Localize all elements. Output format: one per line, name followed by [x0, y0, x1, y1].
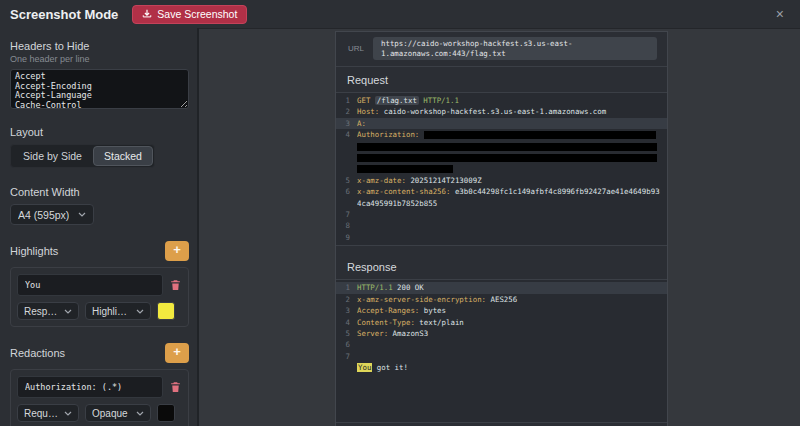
line-number: 5	[336, 328, 350, 339]
redaction-action-select[interactable]: Opaque	[85, 404, 151, 422]
chevron-down-icon	[136, 411, 144, 416]
screenshot-preview-area: URL https://caido-workshop-hackfest.s3.u…	[199, 28, 800, 426]
highlight-color-swatch[interactable]	[157, 302, 175, 320]
line-number: 6	[336, 186, 350, 197]
layout-option-stacked[interactable]: Stacked	[93, 146, 153, 166]
request-line: 2Host: caido-workshop-hackfest.s3.us-eas…	[336, 106, 667, 117]
line-number: 3	[336, 305, 350, 316]
request-line	[336, 141, 667, 152]
headers-to-hide-textarea[interactable]: Accept Accept-Encoding Accept-Language C…	[10, 69, 189, 109]
line-number	[336, 362, 350, 373]
redaction-scope-select[interactable]: Request	[17, 404, 79, 422]
headers-to-hide-sublabel: One header per line	[10, 54, 189, 64]
code-token: A:	[357, 119, 366, 128]
line-number	[336, 163, 350, 174]
redaction-item: Request Opaque Group 1	[10, 369, 189, 426]
code-token: 20251214T213009Z	[410, 176, 481, 185]
highlight-pattern-input[interactable]	[17, 274, 163, 296]
request-line: 4Authorization:	[336, 129, 667, 140]
request-line: 6x-amz-content-sha256: e3b0c44298fc1c149…	[336, 186, 667, 197]
delete-redaction-icon[interactable]	[169, 380, 182, 394]
code-token: Host:	[357, 107, 379, 116]
code-token: e3b0c44298fc1c149afbf4c8996fb92427ae41e4…	[455, 187, 660, 196]
request-line: 7	[336, 209, 667, 220]
redaction-scope-value: Request	[24, 408, 58, 419]
code-token: GET	[357, 96, 370, 105]
highlight-action-select[interactable]: Highlight	[85, 302, 151, 320]
line-number: 3	[336, 118, 350, 129]
code-token: Content-Type:	[357, 318, 415, 327]
line-number: 2	[336, 106, 350, 117]
line-number: 9	[336, 232, 350, 243]
code-token: Server:	[357, 329, 388, 338]
chevron-down-icon	[78, 212, 86, 217]
layout-label: Layout	[10, 126, 189, 138]
code-token: caido-workshop-hackfest.s3.us-east-1.ama…	[384, 107, 606, 116]
request-line: 3A:	[336, 118, 667, 129]
line-number: 2	[336, 294, 350, 305]
response-section-title: Response	[336, 254, 667, 279]
line-number	[336, 198, 350, 209]
close-icon[interactable]: ×	[770, 5, 790, 23]
redaction-block	[357, 154, 657, 162]
request-line: 4ca495991b7852b855	[336, 198, 667, 209]
modal-header: Screenshot Mode Save Screenshot ×	[0, 0, 800, 28]
highlight-mark: You	[357, 363, 372, 372]
layout-option-side-by-side[interactable]: Side by Side	[12, 146, 93, 166]
highlights-label: Highlights	[10, 245, 58, 257]
line-number: 1	[336, 95, 350, 106]
line-number: 1	[336, 282, 350, 293]
line-number: 8	[336, 220, 350, 231]
screenshot-preview-panel: URL https://caido-workshop-hackfest.s3.u…	[335, 31, 668, 426]
save-screenshot-button[interactable]: Save Screenshot	[132, 5, 247, 24]
code-token: 4ca495991b7852b855	[357, 199, 437, 208]
url-label: URL	[348, 44, 364, 53]
download-icon	[142, 9, 152, 19]
request-line: 5x-amz-date: 20251214T213009Z	[336, 175, 667, 186]
request-editor: 1GET /flag.txt HTTP/1.12Host: caido-work…	[336, 92, 667, 246]
line-number: 4	[336, 317, 350, 328]
add-highlight-button[interactable]: +	[165, 241, 189, 261]
line-number	[336, 141, 350, 152]
response-editor: 1HTTP/1.1 200 OK2x-amz-server-side-encry…	[336, 279, 667, 423]
response-line: You got it!	[336, 362, 667, 373]
code-token: HTTP/1.1	[357, 283, 393, 292]
preview-url-row: URL https://caido-workshop-hackfest.s3.u…	[336, 32, 667, 67]
code-token: HTTP/1.1	[423, 96, 459, 105]
headers-to-hide-label: Headers to Hide	[10, 40, 189, 52]
settings-sidebar: Headers to Hide One header per line Acce…	[0, 28, 197, 426]
request-line	[336, 163, 667, 174]
page-title: Screenshot Mode	[10, 7, 118, 22]
code-token: text/plain	[419, 318, 464, 327]
chevron-down-icon	[64, 411, 72, 416]
code-token: x-amz-date:	[357, 176, 406, 185]
highlight-scope-select[interactable]: Respo...	[17, 302, 79, 320]
request-line: 9	[336, 232, 667, 243]
line-number	[336, 152, 350, 163]
code-token: x-amz-content-sha256:	[357, 187, 450, 196]
code-token: Accept-Ranges:	[357, 306, 419, 315]
line-number: 7	[336, 351, 350, 362]
code-token: AmazonS3	[393, 329, 429, 338]
response-line: 1HTTP/1.1 200 OK	[336, 282, 667, 293]
url-value: https://caido-workshop-hackfest.s3.us-ea…	[373, 37, 657, 60]
layout-segmented-control: Side by Side Stacked	[10, 144, 155, 168]
redaction-pattern-input[interactable]	[17, 376, 163, 398]
line-number: 5	[336, 175, 350, 186]
add-redaction-button[interactable]: +	[165, 343, 189, 363]
request-section-title: Request	[336, 67, 667, 92]
line-number: 6	[336, 339, 350, 350]
content-width-select[interactable]: A4 (595px)	[10, 204, 94, 225]
code-token: 200 OK	[397, 283, 424, 292]
code-token: x-amz-server-side-encryption:	[357, 295, 486, 304]
delete-highlight-icon[interactable]	[169, 278, 182, 292]
request-line: 8	[336, 220, 667, 231]
highlight-item: Respo... Highlight	[10, 267, 189, 327]
redaction-color-swatch[interactable]	[157, 404, 175, 422]
response-line: 2x-amz-server-side-encryption: AES256	[336, 294, 667, 305]
content-width-label: Content Width	[10, 186, 189, 198]
request-line: 1GET /flag.txt HTTP/1.1	[336, 95, 667, 106]
code-token: /flag.txt	[375, 96, 419, 105]
highlight-action-value: Highlight	[92, 306, 130, 317]
chevron-down-icon	[64, 309, 72, 314]
